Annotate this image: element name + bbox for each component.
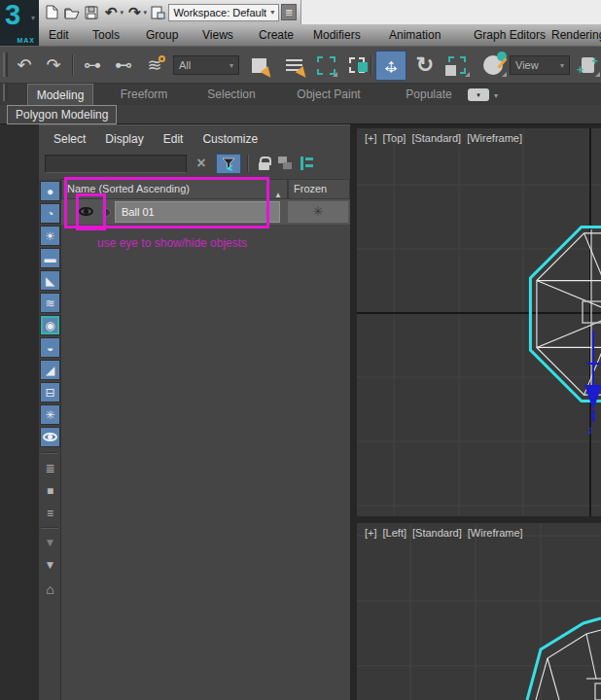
viewport-left[interactable]: [+] [Left] [Standard] [Wireframe]: [357, 523, 601, 700]
display-cameras-icon[interactable]: ▬: [40, 248, 60, 268]
menu-views[interactable]: Views: [202, 28, 233, 42]
selection-filter-dropdown[interactable]: All ▾: [173, 55, 239, 75]
rectangular-selection-region-button[interactable]: [313, 52, 338, 78]
application-menu-button[interactable]: 3 ▾ MAX: [0, 0, 39, 46]
viewport-menu-button[interactable]: [+]: [365, 527, 377, 539]
display-bones-icon[interactable]: ◉: [40, 315, 60, 335]
panel-polygon-modeling[interactable]: Polygon Modeling: [7, 105, 117, 124]
search-input[interactable]: [45, 155, 187, 173]
se-menu-edit[interactable]: Edit: [163, 132, 184, 146]
tab-freeform[interactable]: Freeform: [115, 84, 173, 105]
viewport-horizontal-divider[interactable]: [357, 516, 601, 523]
display-influences-icon[interactable]: ✳: [40, 404, 60, 425]
viewport-top-canvas[interactable]: z: [357, 128, 601, 516]
gizmo-center-box[interactable]: [595, 683, 601, 700]
display-hidden-icon[interactable]: [40, 427, 60, 447]
workspace-dropdown[interactable]: Workspace: Default ▾: [168, 4, 279, 21]
display-children-button[interactable]: [277, 156, 295, 172]
ribbon-grip[interactable]: [3, 84, 8, 101]
display-shapes-icon[interactable]: ◔: [40, 203, 60, 224]
lock-cell-editing-button[interactable]: [254, 154, 273, 174]
undo-icon[interactable]: ↶: [102, 3, 120, 22]
panel-viewport-divider[interactable]: [350, 124, 357, 700]
select-and-move-button[interactable]: ↔ ↕: [375, 51, 407, 81]
tab-populate[interactable]: Populate: [399, 84, 459, 105]
menu-graph-editors[interactable]: Graph Editors: [474, 28, 546, 42]
select-and-scale-button[interactable]: [443, 52, 471, 78]
use-pivot-point-center-button[interactable]: + +: [574, 52, 601, 78]
icon-separator: [41, 527, 58, 529]
selection-filter-label: All: [179, 59, 226, 71]
display-toggle-toolbar: ● ◔ ☀ ▬ ◣ ≋ ◉ ◒ ◢ ⊟ ✳ ≣ ■ ≡ ▼ ▼ ⌂: [39, 179, 61, 700]
window-crossing-icon: [349, 57, 365, 73]
menu-edit[interactable]: Edit: [49, 28, 69, 42]
viewport-shading-button[interactable]: [Wireframe]: [467, 132, 522, 144]
viewport-top[interactable]: [+] [Top] [Standard] [Wireframe]: [357, 128, 601, 516]
undo-caret-icon[interactable]: ▾: [121, 9, 124, 17]
move-gizmo-z-axis[interactable]: z: [584, 331, 601, 436]
column-header-frozen[interactable]: Frozen: [288, 179, 350, 199]
minimize-ribbon-button[interactable]: ▼: [468, 88, 489, 101]
reference-coordinate-system-dropdown[interactable]: View ▾: [510, 55, 570, 75]
menu-modifiers[interactable]: Modifiers: [313, 28, 361, 42]
filter-combinations-icon[interactable]: ▼: [40, 532, 60, 552]
redo-button[interactable]: ↷: [41, 52, 66, 78]
ribbon-options-caret-icon[interactable]: ▾: [494, 91, 498, 100]
place-sphere-icon: [483, 55, 503, 75]
select-by-name-button[interactable]: [280, 52, 307, 78]
tab-modeling[interactable]: Modeling: [27, 84, 93, 105]
expand-all-icon[interactable]: ≣: [40, 458, 60, 478]
viewport-style-button[interactable]: [Standard]: [412, 527, 462, 539]
redo-icon[interactable]: ↷: [125, 3, 143, 22]
select-and-place-button[interactable]: [478, 52, 508, 78]
open-file-icon[interactable]: [62, 3, 80, 22]
expand-to-selected-icon[interactable]: ≡: [40, 503, 60, 523]
row-frozen-cell[interactable]: ✳: [288, 201, 348, 223]
select-and-rotate-button[interactable]: ↻: [412, 52, 438, 78]
viewport-style-button[interactable]: [Standard]: [411, 132, 461, 144]
scene-explorer-menubar: Select Display Edit Customize: [53, 132, 258, 146]
clear-search-icon[interactable]: ×: [193, 155, 210, 172]
menu-create[interactable]: Create: [259, 28, 294, 42]
display-spacewarps-icon[interactable]: ≋: [40, 293, 60, 313]
select-and-link-icon[interactable]: ⊶: [80, 52, 105, 78]
bind-to-space-warp-icon[interactable]: ≋: [142, 52, 167, 78]
menu-tools[interactable]: Tools: [92, 28, 120, 42]
redo-caret-icon[interactable]: ▾: [143, 9, 147, 17]
viewport-pov-button[interactable]: [Left]: [383, 527, 407, 539]
save-file-icon[interactable]: [83, 3, 100, 22]
menu-animation[interactable]: Animation: [389, 28, 441, 42]
project-folder-icon[interactable]: [149, 3, 166, 22]
se-menu-display[interactable]: Display: [105, 132, 143, 146]
sync-selection-button[interactable]: [300, 156, 317, 172]
tab-selection[interactable]: Selection: [201, 84, 262, 105]
collapse-all-icon[interactable]: ■: [40, 480, 60, 501]
display-containers-icon[interactable]: ◒: [40, 337, 60, 358]
viewport-menu-button[interactable]: [+]: [365, 132, 377, 144]
menu-group[interactable]: Group: [146, 28, 178, 42]
menu-rendering[interactable]: Rendering: [551, 28, 601, 42]
toolbar-options-icon[interactable]: ≣: [281, 4, 297, 20]
display-geometry-icon[interactable]: ●: [40, 181, 60, 201]
viewport-left-canvas[interactable]: [357, 523, 601, 700]
se-menu-select[interactable]: Select: [53, 132, 86, 146]
viewport-shading-button[interactable]: [Wireframe]: [468, 527, 523, 539]
undo-button[interactable]: ↶: [12, 52, 37, 78]
viewport-pov-button[interactable]: [Top]: [383, 132, 407, 144]
se-menu-customize[interactable]: Customize: [202, 132, 258, 146]
new-container-icon[interactable]: ⌂: [40, 578, 60, 599]
display-bone-objects-icon[interactable]: ◢: [40, 360, 60, 380]
select-object-button[interactable]: [245, 52, 272, 78]
display-helpers-icon[interactable]: ◣: [40, 270, 60, 291]
unlink-selection-icon[interactable]: ⊷: [111, 52, 136, 78]
tab-object-paint[interactable]: Object Paint: [290, 84, 368, 105]
window-crossing-toggle-button[interactable]: [344, 52, 370, 78]
filter-icon[interactable]: ▼: [40, 554, 60, 575]
workspace-dropdown-label: Workspace: Default: [173, 7, 266, 18]
display-lights-icon[interactable]: ☀: [40, 226, 60, 246]
display-materials-icon[interactable]: ⊟: [40, 382, 60, 402]
new-file-icon[interactable]: [43, 3, 60, 22]
annotation-text: use eye to show/hide objests: [97, 236, 247, 250]
filter-button[interactable]: [216, 154, 241, 174]
toolbar-grip[interactable]: [3, 52, 8, 77]
